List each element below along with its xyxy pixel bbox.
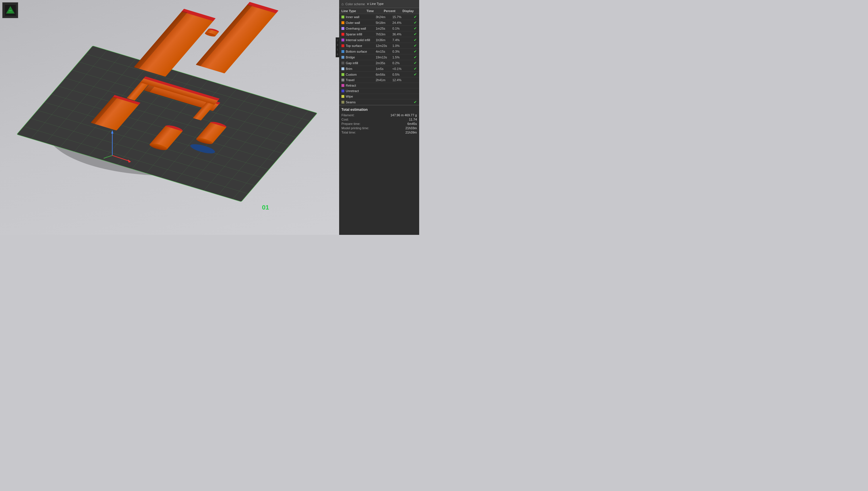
- line-visibility-toggle[interactable]: ✔: [408, 44, 417, 48]
- color-swatch: [342, 38, 344, 41]
- estimation-label: Cost:: [342, 118, 349, 121]
- line-time: 2h41m: [376, 78, 393, 82]
- line-time: 1h36m: [376, 38, 393, 42]
- line-percent: 0.5%: [393, 73, 408, 76]
- color-scheme-label: Color scheme: [345, 2, 365, 6]
- line-visibility-toggle[interactable]: ✔: [408, 15, 417, 19]
- line-visibility-toggle[interactable]: ✔: [408, 100, 417, 104]
- house-icon: ⌂: [342, 2, 344, 6]
- line-name-label: Top surface: [346, 44, 362, 48]
- color-swatch: [342, 33, 344, 36]
- estimation-label: Prepare time:: [342, 122, 360, 125]
- line-percent: 0.1%: [393, 27, 408, 30]
- color-swatch: [342, 79, 344, 82]
- line-visibility-toggle[interactable]: ✔: [408, 72, 417, 77]
- line-name-label: Brim: [346, 67, 352, 70]
- model-thumbnail[interactable]: [2, 2, 18, 18]
- line-name-label: Wipe: [346, 95, 353, 98]
- color-swatch: [342, 89, 344, 92]
- svg-rect-62: [8, 11, 13, 13]
- line-items-list: Inner wall3h24m15.7%✔Outer wall5h18m24.4…: [339, 14, 419, 105]
- line-time: 1m5s: [376, 67, 393, 70]
- line-percent: 12.4%: [393, 78, 408, 82]
- color-swatch: [342, 73, 344, 76]
- line-item[interactable]: Retract✔: [339, 83, 419, 88]
- line-visibility-toggle[interactable]: ✔: [408, 61, 417, 65]
- line-time: 6m56s: [376, 73, 393, 76]
- line-percent: 15.7%: [393, 15, 408, 19]
- line-visibility-toggle[interactable]: ✔: [408, 94, 417, 98]
- estimation-label: Total time:: [342, 131, 356, 134]
- estimation-label: Model printing time:: [342, 126, 369, 130]
- line-visibility-toggle[interactable]: ✔: [408, 38, 417, 42]
- estimation-label: Filament:: [342, 113, 354, 117]
- line-visibility-toggle[interactable]: ✔: [408, 55, 417, 59]
- line-item[interactable]: Bridge19m13s1.5%✔: [339, 54, 419, 60]
- line-visibility-toggle[interactable]: ✔: [408, 66, 417, 71]
- line-name-label: Sparse infill: [346, 32, 362, 36]
- right-panel: ⌂ Color scheme ∨ Line Type Line Type Tim…: [339, 0, 419, 235]
- color-swatch: [342, 101, 344, 104]
- estimation-row: Cost:11.74: [342, 118, 417, 121]
- line-visibility-toggle[interactable]: ✔: [408, 89, 417, 93]
- line-item[interactable]: Travel2h41m12.4%✔: [339, 78, 419, 83]
- line-name-label: Outer wall: [346, 21, 360, 25]
- line-item[interactable]: Sparse infill7h53m36.4%✔: [339, 31, 419, 37]
- line-name-label: Travel: [346, 78, 354, 82]
- line-name-label: Internal solid infill: [346, 38, 370, 42]
- line-item[interactable]: Bottom surface4m15s0.3%✔: [339, 49, 419, 54]
- line-visibility-toggle[interactable]: ✔: [408, 32, 417, 36]
- scrollbar[interactable]: 2 3 1 8: [336, 37, 339, 57]
- line-visibility-toggle[interactable]: ✔: [408, 78, 417, 82]
- color-swatch: [342, 44, 344, 47]
- line-name-label: Seams: [346, 100, 355, 104]
- line-percent: 24.4%: [393, 21, 408, 25]
- line-name-label: Gap infill: [346, 61, 358, 65]
- line-time: 4m15s: [376, 50, 393, 53]
- col-line-type: Line Type: [342, 9, 367, 13]
- line-time: 3h24m: [376, 15, 393, 19]
- line-percent: 1.0%: [393, 44, 408, 48]
- line-name-label: Custom: [346, 73, 357, 76]
- color-swatch: [342, 27, 344, 30]
- line-visibility-toggle[interactable]: ✔: [408, 84, 417, 87]
- line-item[interactable]: Inner wall3h24m15.7%✔: [339, 14, 419, 20]
- line-item[interactable]: Seams✔: [339, 99, 419, 105]
- color-swatch: [342, 67, 344, 70]
- total-estimation-title: Total estimation: [342, 108, 417, 112]
- line-name-label: Retract: [346, 84, 356, 87]
- total-estimation-section: Total estimation Filament:147.96 m 469.7…: [339, 105, 419, 136]
- estimation-value: 11.74: [409, 118, 417, 121]
- line-visibility-toggle[interactable]: ✔: [408, 26, 417, 30]
- line-item[interactable]: Internal solid infill1h36m7.4%✔: [339, 37, 419, 43]
- line-item[interactable]: Unretract✔: [339, 88, 419, 94]
- line-time: 5h18m: [376, 21, 393, 25]
- line-type-dropdown[interactable]: ∨ Line Type: [367, 2, 384, 6]
- line-item[interactable]: Gap infill2m35s0.2%✔: [339, 60, 419, 66]
- column-headers: Line Type Time Percent Display: [339, 8, 419, 14]
- line-item[interactable]: Custom6m56s0.5%✔: [339, 72, 419, 78]
- line-name-label: Unretract: [346, 89, 359, 93]
- line-time: 1m25s: [376, 27, 393, 30]
- line-item[interactable]: Outer wall5h18m24.4%✔: [339, 20, 419, 26]
- line-item[interactable]: Overhang wall1m25s0.1%✔: [339, 26, 419, 31]
- line-visibility-toggle[interactable]: ✔: [408, 49, 417, 54]
- line-percent: 36.4%: [393, 32, 408, 36]
- col-percent: Percent: [384, 9, 403, 13]
- line-time: 12m23s: [376, 44, 393, 48]
- estimation-rows: Filament:147.96 m 469.77 gCost:11.74Prep…: [342, 113, 417, 134]
- line-item[interactable]: Brim1m5s<0.1%✔: [339, 66, 419, 72]
- line-name-label: Inner wall: [346, 15, 359, 19]
- color-swatch: [342, 50, 344, 53]
- col-display: Display: [403, 9, 417, 13]
- estimation-value: 6m45s: [407, 122, 417, 125]
- line-percent: 0.3%: [393, 50, 408, 53]
- panel-header: ⌂ Color scheme ∨ Line Type: [339, 0, 419, 8]
- line-time: 2m35s: [376, 61, 393, 65]
- estimation-row: Model printing time:21h33m: [342, 126, 417, 130]
- line-visibility-toggle[interactable]: ✔: [408, 21, 417, 25]
- line-item[interactable]: Wipe✔: [339, 94, 419, 99]
- line-item[interactable]: Top surface12m23s1.0%✔: [339, 43, 419, 49]
- estimation-value: 147.96 m 469.77 g: [390, 113, 417, 117]
- color-swatch: [342, 62, 344, 64]
